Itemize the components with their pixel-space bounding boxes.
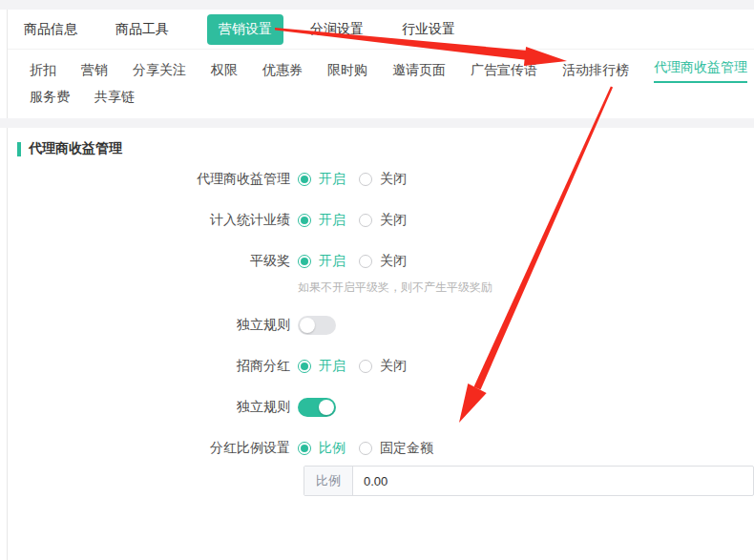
radio-close[interactable]: 关闭 <box>359 171 407 188</box>
section-accent-bar <box>17 142 21 156</box>
ratio-input[interactable] <box>353 467 753 495</box>
main-panel: 代理商收益管理 代理商收益管理 开启 关闭 计入统计业绩 <box>7 128 754 560</box>
tab-profit-settings[interactable]: 分润设置 <box>310 21 364 38</box>
radio-icon <box>359 442 372 455</box>
form-row-dividend-ratio-setting: 分红比例设置 比例 固定金额 <box>8 437 754 460</box>
radio-icon <box>298 214 311 227</box>
peer-award-hint-row: 如果不开启平级奖，则不产生平级奖励 <box>8 280 754 296</box>
radio-open[interactable]: 开启 <box>298 212 346 229</box>
form-row-independent-rule-2: 独立规则 <box>8 396 754 419</box>
subtab-discount[interactable]: 折扣 <box>30 62 56 79</box>
sub-tab-bar: 折扣 营销 分享关注 权限 优惠券 限时购 邀请页面 广告宣传语 活动排行榜 代… <box>8 50 754 118</box>
form-row-count-into-stats: 计入统计业绩 开启 关闭 <box>8 209 754 232</box>
sub-tab-row-2: 服务费 共享链 <box>30 84 754 111</box>
independent-rule-toggle-off[interactable] <box>298 316 336 335</box>
radio-fixed-amount[interactable]: 固定金额 <box>359 440 433 457</box>
form-label: 平级奖 <box>8 253 290 270</box>
form-label: 独立规则 <box>8 399 290 416</box>
radio-label: 比例 <box>319 440 346 457</box>
form-row-investment-dividend: 招商分红 开启 关闭 <box>8 355 754 378</box>
form-label: 独立规则 <box>8 317 290 334</box>
radio-icon <box>359 173 372 186</box>
section-header: 代理商收益管理 <box>8 141 754 156</box>
settings-form: 代理商收益管理 开启 关闭 计入统计业绩 <box>8 168 754 496</box>
subtab-shared-chain[interactable]: 共享链 <box>94 89 135 106</box>
radio-label: 开启 <box>319 358 346 375</box>
tab-product-info[interactable]: 商品信息 <box>24 21 77 38</box>
sub-tab-row-1: 折扣 营销 分享关注 权限 优惠券 限时购 邀请页面 广告宣传语 活动排行榜 代… <box>30 57 754 84</box>
radio-icon <box>298 442 311 455</box>
subtab-share-follow[interactable]: 分享关注 <box>133 62 186 79</box>
toggle-knob <box>319 400 334 415</box>
radio-label: 开启 <box>319 212 346 229</box>
radio-close[interactable]: 关闭 <box>359 212 407 229</box>
ratio-input-row: 比例 <box>304 466 754 496</box>
tabs-panel: 商品信息 商品工具 营销设置 分润设置 行业设置 折扣 营销 分享关注 权限 优… <box>7 10 754 118</box>
section-title: 代理商收益管理 <box>29 140 122 157</box>
radio-close[interactable]: 关闭 <box>359 358 407 375</box>
toggle-knob <box>300 318 315 333</box>
primary-tab-bar: 商品信息 商品工具 营销设置 分润设置 行业设置 <box>8 10 754 50</box>
radio-close[interactable]: 关闭 <box>359 253 407 270</box>
tab-marketing-settings[interactable]: 营销设置 <box>207 14 283 45</box>
radio-icon <box>359 255 372 268</box>
radio-open[interactable]: 开启 <box>298 171 346 188</box>
radio-label: 关闭 <box>380 212 407 229</box>
form-row-independent-rule-1: 独立规则 <box>8 314 754 337</box>
radio-label: 关闭 <box>380 358 407 375</box>
radio-label: 开启 <box>319 171 346 188</box>
radio-label: 关闭 <box>380 171 407 188</box>
form-label: 招商分红 <box>8 358 290 375</box>
radio-icon <box>298 255 311 268</box>
peer-award-hint: 如果不开启平级奖，则不产生平级奖励 <box>298 280 492 296</box>
subtab-activity-ranking[interactable]: 活动排行榜 <box>562 62 629 79</box>
top-gray-strip <box>0 0 754 10</box>
radio-label: 关闭 <box>380 253 407 270</box>
form-row-agent-revenue: 代理商收益管理 开启 关闭 <box>8 168 754 191</box>
subtab-service-fee[interactable]: 服务费 <box>30 89 70 106</box>
tab-industry-settings[interactable]: 行业设置 <box>402 21 455 38</box>
subtab-coupon[interactable]: 优惠券 <box>262 62 303 79</box>
ratio-input-group: 比例 <box>304 466 754 496</box>
subtab-agent-revenue-management[interactable]: 代理商收益管理 <box>654 59 747 83</box>
radio-label: 开启 <box>319 253 346 270</box>
subtab-invite-page[interactable]: 邀请页面 <box>392 62 446 79</box>
independent-rule-toggle-on[interactable] <box>298 398 336 417</box>
radio-icon <box>298 360 311 373</box>
radio-open[interactable]: 开启 <box>298 253 346 270</box>
subtab-marketing[interactable]: 营销 <box>81 62 108 79</box>
mid-gray-strip <box>0 118 754 128</box>
radio-open[interactable]: 开启 <box>298 358 346 375</box>
tab-product-tools[interactable]: 商品工具 <box>115 21 169 38</box>
subtab-ad-slogan[interactable]: 广告宣传语 <box>471 62 537 79</box>
subtab-flash-sale[interactable]: 限时购 <box>327 62 367 79</box>
ratio-input-prepend-label: 比例 <box>304 467 353 495</box>
form-label: 计入统计业绩 <box>8 212 290 229</box>
page: 商品信息 商品工具 营销设置 分润设置 行业设置 折扣 营销 分享关注 权限 优… <box>0 0 754 560</box>
radio-icon <box>359 360 372 373</box>
subtab-permission[interactable]: 权限 <box>211 62 238 79</box>
radio-icon <box>298 173 311 186</box>
radio-icon <box>359 214 372 227</box>
form-row-peer-award: 平级奖 开启 关闭 <box>8 250 754 273</box>
radio-ratio[interactable]: 比例 <box>298 440 346 457</box>
radio-label: 固定金额 <box>380 440 433 457</box>
form-label: 分红比例设置 <box>8 440 290 457</box>
form-label: 代理商收益管理 <box>8 171 290 188</box>
